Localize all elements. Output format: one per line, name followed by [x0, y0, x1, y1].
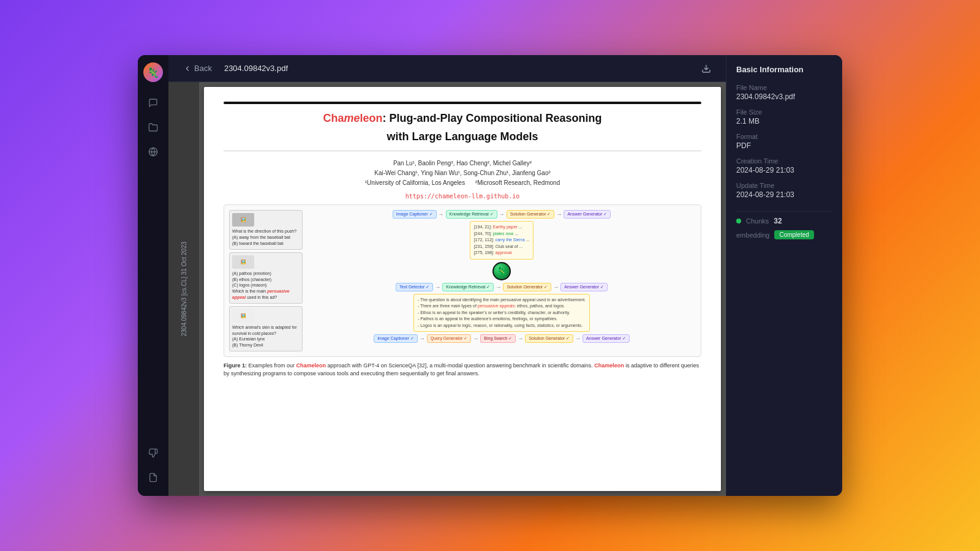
file-size-value: 2.1 MB [736, 117, 832, 126]
page-icon[interactable] [142, 467, 164, 489]
format-label: Format [736, 133, 832, 140]
update-time-value: 2024-08-29 21:03 [736, 190, 832, 199]
download-button[interactable] [696, 59, 716, 78]
diag-image-captioner-3: Image Captioner ✓ [374, 334, 418, 343]
diag-answer-generator-3: Answer Generator ✓ [582, 334, 630, 343]
info-divider [736, 211, 832, 212]
pdf-link[interactable]: https://chameleon-llm.github.io [224, 193, 701, 200]
file-size-label: File Size [736, 108, 832, 116]
detail-box-retrieval: [194, 21]: Earthy paper ... [244, 70]: p… [470, 221, 534, 260]
file-name-row: File Name 2304.09842v3.pdf [736, 84, 832, 101]
diag-solution-generator-2: Solution Generator ✓ [503, 283, 551, 291]
diagram-center: Image Captioner ✓ → Knowledge Retrieval … [307, 210, 696, 351]
diagram-row-1: Image Captioner ✓ → Knowledge Retrieval … [393, 210, 611, 219]
info-panel-title: Basic Information [736, 65, 832, 74]
chat-icon[interactable] [142, 92, 164, 114]
figure-caption: Figure 1: Examples from our Chameleon ap… [224, 362, 701, 378]
chunks-value: 32 [774, 217, 782, 225]
file-name-label: File Name [736, 84, 832, 91]
avatar[interactable]: 🦎 [143, 62, 163, 82]
chunks-dot-icon [736, 219, 741, 223]
app-window: 🦎 [138, 55, 842, 496]
chameleon-caption-1: Chameleon [296, 362, 326, 369]
chameleon-ball-icon: 🦎 [492, 262, 511, 280]
chameleon-caption-2: Chameleon [594, 362, 624, 369]
file-name: 2304.09842v3.pdf [224, 64, 288, 73]
diag-solution-generator-3: Solution Generator ✓ [525, 334, 573, 343]
diag-knowledge-retrieval-2: Knowledge Retrieval ✓ [442, 283, 494, 291]
format-row: Format PDF [736, 133, 832, 150]
pdf-subtitle: with Large Language Models [224, 130, 701, 143]
back-button[interactable]: Back [178, 61, 217, 75]
diagram-row-2: Text Detector ✓ → Knowledge Retrieval ✓ … [396, 283, 608, 291]
diag-answer-generator-2: Answer Generator ✓ [560, 283, 608, 291]
page-watermark: 2304.09842v3 [cs.CL] 31 Oct 2023 [181, 242, 187, 337]
diag-knowledge-retrieval-1: Knowledge Retrieval ✓ [446, 210, 497, 219]
file-size-row: File Size 2.1 MB [736, 108, 832, 126]
pdf-page: Chameleon: Plug-and-Play Compositional R… [204, 87, 721, 491]
embedding-status-badge: Completed [774, 230, 813, 239]
back-label: Back [194, 64, 212, 73]
pdf-top-bar [224, 102, 701, 104]
creation-time-row: Creation Time 2024-08-29 21:03 [736, 157, 832, 174]
diag-answer-generator-1: Answer Generator ✓ [564, 210, 611, 219]
main-area: Back 2304.09842v3.pdf 2304.09842v3 [cs.C… [168, 55, 726, 496]
pdf-authors: Pan Lu¹, Baolin Peng², Hao Cheng², Miche… [224, 159, 701, 188]
diag-solution-generator-1: Solution Generator ✓ [507, 210, 555, 219]
topbar: Back 2304.09842v3.pdf [168, 55, 726, 82]
page-sidebar: 2304.09842v3 [cs.CL] 31 Oct 2023 [168, 82, 199, 496]
globe-icon[interactable] [142, 141, 164, 163]
format-value: PDF [736, 141, 832, 150]
chunks-label: Chunks [746, 217, 769, 225]
chameleon-word: Chameleon [323, 112, 382, 124]
diagram-row-3: Image Captioner ✓ → Query Generator ✓ → … [374, 334, 630, 343]
chunks-row: Chunks 32 [736, 217, 832, 225]
pdf-container: 2304.09842v3 [cs.CL] 31 Oct 2023 Chamele… [168, 82, 726, 496]
pdf-title: Chameleon: Plug-and-Play Compositional R… [224, 111, 701, 126]
update-time-row: Update Time 2024-08-29 21:03 [736, 182, 832, 199]
embedding-label: embedding [736, 231, 769, 239]
creation-time-value: 2024-08-29 21:03 [736, 166, 832, 174]
chameleon-section: 🦎 [492, 262, 511, 280]
question-box-2: 🖼️ (A) pathos (emotion)(B) ethos (charac… [229, 252, 303, 304]
thumbs-down-icon[interactable] [142, 442, 164, 464]
diag-query-generator: Query Generator ✓ [427, 334, 471, 343]
left-sidebar: 🦎 [138, 55, 168, 496]
detail-box-analysis: - The question is about identifying the … [413, 294, 590, 332]
question-box-3: 🖼️ Which animal's skin is adapted for su… [229, 306, 303, 351]
folder-icon[interactable] [142, 116, 164, 138]
update-time-label: Update Time [736, 182, 832, 189]
figure-left-panels: 🖼️ What is the direction of this push?(A… [229, 210, 303, 351]
question-box-1: 🖼️ What is the direction of this push?(A… [229, 210, 303, 249]
diag-bing-search: Bing Search ✓ [480, 334, 516, 343]
pdf-divider-1 [224, 151, 701, 151]
diag-text-detector: Text Detector ✓ [396, 283, 433, 291]
diag-image-captioner-1: Image Captioner ✓ [393, 210, 437, 219]
creation-time-label: Creation Time [736, 157, 832, 165]
pdf-figure: 🖼️ What is the direction of this push?(A… [224, 204, 701, 357]
embedding-row: embedding Completed [736, 230, 832, 239]
info-panel: Basic Information File Name 2304.09842v3… [726, 55, 842, 496]
file-name-value: 2304.09842v3.pdf [736, 92, 832, 101]
